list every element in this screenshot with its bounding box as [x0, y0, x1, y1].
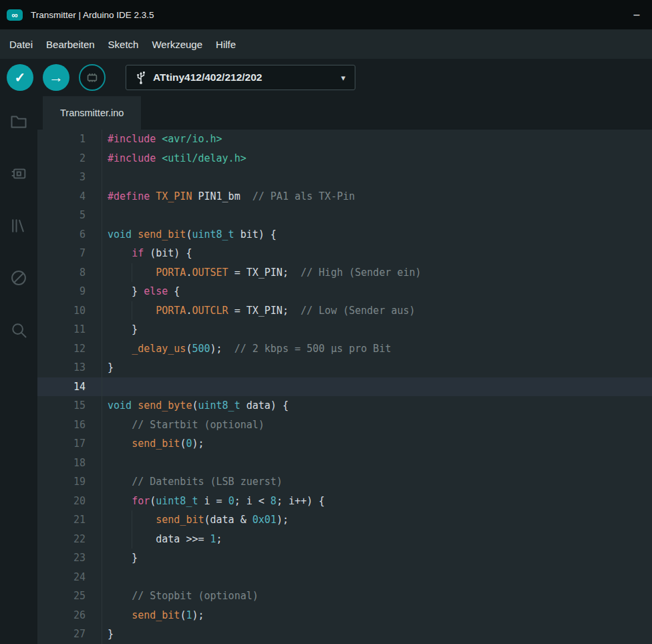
line-number: 26 [37, 606, 102, 625]
code-line[interactable]: 3 [37, 168, 652, 187]
code-editor[interactable]: 1#include <avr/io.h>2#include <util/dela… [37, 130, 652, 644]
code-line[interactable]: 17 send_bit(0); [37, 434, 652, 454]
code-line[interactable]: 16 // Startbit (optional) [37, 416, 652, 435]
code-line[interactable]: 23 } [37, 548, 652, 568]
sidebar-item-search[interactable] [7, 319, 30, 341]
infinity-glyph: ∞ [11, 11, 17, 19]
sidebar-item-debug[interactable] [7, 267, 30, 289]
code-text [102, 454, 652, 473]
debug-chip-icon [85, 70, 100, 85]
folder-icon [9, 112, 28, 131]
line-number: 6 [37, 225, 102, 245]
code-text: #include <avr/io.h> [102, 130, 652, 149]
code-line[interactable]: 11 } [37, 320, 652, 339]
line-number: 5 [37, 206, 102, 225]
code-text: #include <util/delay.h> [102, 149, 652, 168]
code-text: if (bit) { [102, 244, 652, 263]
menu-item-datei[interactable]: Datei [3, 34, 39, 55]
line-number: 19 [37, 472, 102, 492]
code-line[interactable]: 14 [37, 377, 652, 397]
code-text: void send_bit(uint8_t bit) { [102, 225, 652, 245]
menu-bar: Datei Bearbeiten Sketch Werkzeuge Hilfe [0, 29, 652, 59]
code-text [102, 377, 652, 397]
line-number: 7 [37, 244, 102, 263]
upload-button[interactable]: → [43, 64, 69, 91]
sidebar-item-sketchbook[interactable] [7, 111, 30, 132]
code-text: // Datenbits (LSB zuerst) [102, 472, 652, 492]
code-line[interactable]: 25 // Stopbit (optional) [37, 587, 652, 606]
main-area: Transmitter.ino 1#include <avr/io.h>2#in… [0, 96, 652, 644]
code-line[interactable]: 13} [37, 358, 652, 377]
code-line[interactable]: 9 } else { [37, 282, 652, 301]
usb-icon [136, 70, 146, 85]
line-number: 10 [37, 301, 102, 321]
code-text: // Startbit (optional) [102, 416, 652, 435]
arduino-logo-icon: ∞ [7, 9, 23, 21]
code-text: PORTA.OUTSET = TX_PIN; // High (Sender e… [102, 263, 652, 283]
code-text: data >>= 1; [102, 530, 652, 549]
code-line[interactable]: 24 [37, 568, 652, 587]
line-number: 4 [37, 187, 102, 206]
code-line[interactable]: 22 data >>= 1; [37, 530, 652, 549]
books-icon [9, 216, 28, 235]
line-number: 3 [37, 168, 102, 187]
menu-item-sketch[interactable]: Sketch [102, 34, 146, 55]
code-text: send_bit(data & 0x01); [102, 510, 652, 530]
debug-button[interactable] [79, 64, 106, 91]
line-number: 9 [37, 282, 102, 301]
code-text: send_bit(0); [102, 434, 652, 454]
code-text: for(uint8_t i = 0; i < 8; i++) { [102, 492, 652, 511]
arduino-ide-window: ∞ Transmitter | Arduino IDE 2.3.5 – Date… [0, 0, 652, 644]
sidebar-item-boards-manager[interactable] [7, 163, 30, 184]
check-icon: ✓ [15, 71, 26, 84]
code-text: PORTA.OUTCLR = TX_PIN; // Low (Sender au… [102, 301, 652, 321]
line-number: 8 [37, 263, 102, 283]
code-line[interactable]: 10 PORTA.OUTCLR = TX_PIN; // Low (Sender… [37, 301, 652, 321]
code-line[interactable]: 20 for(uint8_t i = 0; i < 8; i++) { [37, 492, 652, 511]
code-text: } [102, 320, 652, 339]
line-number: 14 [37, 377, 102, 397]
sidebar-item-library-manager[interactable] [7, 215, 30, 236]
indent-guide [132, 530, 132, 549]
slash-circle-icon [9, 269, 28, 287]
menu-item-werkzeuge[interactable]: Werkzeuge [145, 34, 209, 55]
line-number: 11 [37, 320, 102, 339]
code-text: } [102, 625, 652, 644]
code-line[interactable]: 18 [37, 454, 652, 473]
code-lines: 1#include <avr/io.h>2#include <util/dela… [37, 130, 652, 644]
code-text: } [102, 358, 652, 377]
indent-guide [132, 301, 132, 321]
code-line[interactable]: 7 if (bit) { [37, 244, 652, 263]
menu-item-hilfe[interactable]: Hilfe [209, 34, 242, 55]
search-icon [9, 321, 28, 339]
board-selector-dropdown[interactable]: ATtiny412/402/212/202 ▾ [126, 65, 355, 90]
minimize-button[interactable]: – [621, 0, 652, 29]
code-line[interactable]: 12 _delay_us(500); // 2 kbps = 500 µs pr… [37, 339, 652, 359]
code-text: void send_byte(uint8_t data) { [102, 396, 652, 416]
window-title: Transmitter | Arduino IDE 2.3.5 [31, 10, 154, 20]
line-number: 25 [37, 587, 102, 606]
line-number: 1 [37, 130, 102, 149]
menu-item-bearbeiten[interactable]: Bearbeiten [39, 34, 102, 55]
code-text: #define TX_PIN PIN1_bm // PA1 als TX-Pin [102, 187, 652, 206]
tab-transmitter-ino[interactable]: Transmitter.ino [43, 96, 141, 130]
title-bar: ∞ Transmitter | Arduino IDE 2.3.5 – [0, 0, 652, 29]
code-line[interactable]: 19 // Datenbits (LSB zuerst) [37, 472, 652, 492]
tab-bar: Transmitter.ino [37, 96, 652, 130]
code-line[interactable]: 27} [37, 625, 652, 644]
code-line[interactable]: 4#define TX_PIN PIN1_bm // PA1 als TX-Pi… [37, 187, 652, 206]
line-number: 22 [37, 530, 102, 549]
code-line[interactable]: 5 [37, 206, 652, 225]
code-line[interactable]: 6void send_bit(uint8_t bit) { [37, 225, 652, 245]
tab-label: Transmitter.ino [60, 108, 124, 118]
code-line[interactable]: 8 PORTA.OUTSET = TX_PIN; // High (Sender… [37, 263, 652, 283]
code-line[interactable]: 26 send_bit(1); [37, 606, 652, 625]
line-number: 17 [37, 434, 102, 454]
activity-sidebar [0, 96, 37, 644]
verify-button[interactable]: ✓ [7, 64, 33, 91]
code-line[interactable]: 15void send_byte(uint8_t data) { [37, 396, 652, 416]
arrow-right-icon: → [49, 70, 63, 85]
code-line[interactable]: 21 send_bit(data & 0x01); [37, 510, 652, 530]
code-line[interactable]: 1#include <avr/io.h> [37, 130, 652, 149]
code-line[interactable]: 2#include <util/delay.h> [37, 149, 652, 168]
